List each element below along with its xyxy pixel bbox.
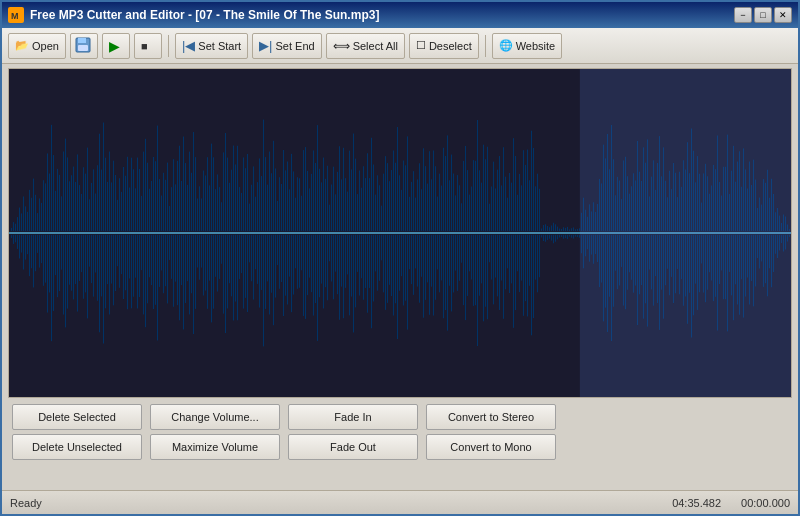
restore-button[interactable]: □ — [754, 7, 772, 23]
convert-stereo-button[interactable]: Convert to Stereo — [426, 404, 556, 430]
open-button[interactable]: 📂 Open — [8, 33, 66, 59]
app-icon: M — [8, 7, 24, 23]
website-button[interactable]: 🌐 Website — [492, 33, 563, 59]
play-icon: ▶ — [109, 38, 120, 54]
status-times: 04:35.482 00:00.000 — [672, 497, 790, 509]
fade-out-button[interactable]: Fade Out — [288, 434, 418, 460]
save-button[interactable] — [70, 33, 98, 59]
convert-buttons: Convert to Stereo Convert to Mono — [426, 404, 556, 460]
title-controls: − □ ✕ — [734, 7, 792, 23]
svg-text:M: M — [11, 11, 19, 21]
toolbar: 📂 Open ▶ ■ |◀ Set Start ▶| Set End — [2, 28, 798, 64]
stop-icon: ■ — [141, 40, 148, 52]
separator-1 — [168, 35, 169, 57]
title-bar: M Free MP3 Cutter and Editor - [07 - The… — [2, 2, 798, 28]
volume-buttons: Change Volume... Maximize Volume — [150, 404, 280, 460]
waveform-container[interactable] — [8, 68, 792, 398]
select-all-button[interactable]: ⟺ Select All — [326, 33, 405, 59]
set-start-icon: |◀ — [182, 38, 195, 53]
minimize-button[interactable]: − — [734, 7, 752, 23]
select-all-icon: ⟺ — [333, 39, 350, 53]
set-end-icon: ▶| — [259, 38, 272, 53]
maximize-volume-button[interactable]: Maximize Volume — [150, 434, 280, 460]
stop-button[interactable]: ■ — [134, 33, 162, 59]
time-position: 04:35.482 — [672, 497, 721, 509]
separator-2 — [485, 35, 486, 57]
change-volume-button[interactable]: Change Volume... — [150, 404, 280, 430]
delete-selected-button[interactable]: Delete Selected — [12, 404, 142, 430]
delete-unselected-button[interactable]: Delete Unselected — [12, 434, 142, 460]
svg-rect-4 — [78, 45, 88, 51]
fade-in-button[interactable]: Fade In — [288, 404, 418, 430]
close-button[interactable]: ✕ — [774, 7, 792, 23]
save-icon — [75, 37, 91, 55]
convert-mono-button[interactable]: Convert to Mono — [426, 434, 556, 460]
time-selection: 00:00.000 — [741, 497, 790, 509]
window-title: Free MP3 Cutter and Editor - [07 - The S… — [30, 8, 379, 22]
folder-icon: 📂 — [15, 39, 29, 52]
set-start-button[interactable]: |◀ Set Start — [175, 33, 248, 59]
globe-icon: 🌐 — [499, 39, 513, 52]
title-bar-left: M Free MP3 Cutter and Editor - [07 - The… — [8, 7, 379, 23]
play-button[interactable]: ▶ — [102, 33, 130, 59]
set-end-button[interactable]: ▶| Set End — [252, 33, 322, 59]
buttons-area: Delete Selected Delete Unselected Change… — [2, 398, 798, 466]
deselect-button[interactable]: ☐ Deselect — [409, 33, 479, 59]
deselect-icon: ☐ — [416, 39, 426, 52]
delete-buttons: Delete Selected Delete Unselected — [12, 404, 142, 460]
waveform-canvas — [9, 69, 791, 397]
fade-buttons: Fade In Fade Out — [288, 404, 418, 460]
status-text: Ready — [10, 497, 672, 509]
main-window: M Free MP3 Cutter and Editor - [07 - The… — [0, 0, 800, 516]
status-bar: Ready 04:35.482 00:00.000 — [2, 490, 798, 514]
svg-rect-3 — [78, 38, 86, 43]
